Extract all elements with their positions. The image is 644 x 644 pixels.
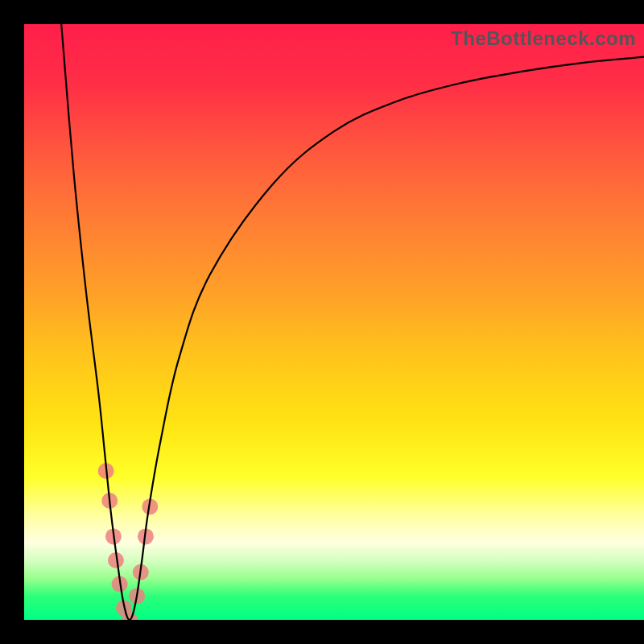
plot-area: TheBottleneck.com: [24, 24, 644, 620]
highlight-scatter: [98, 463, 159, 620]
chart-overlay: [24, 24, 644, 620]
chart-frame: { "watermark": "TheBottleneck.com", "cha…: [0, 0, 644, 644]
